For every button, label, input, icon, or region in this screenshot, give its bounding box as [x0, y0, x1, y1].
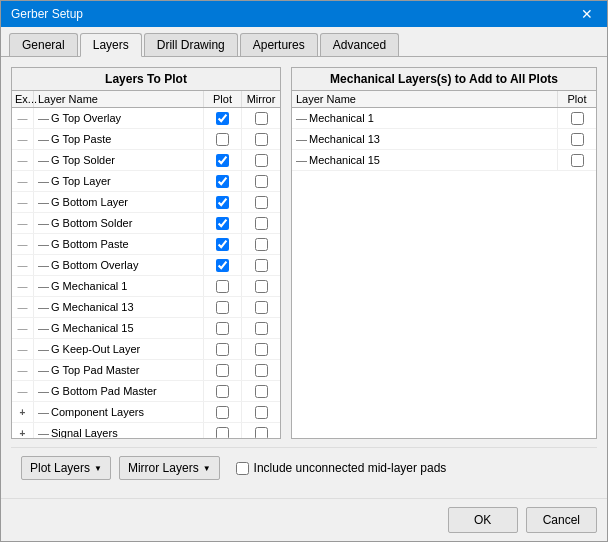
ok-button[interactable]: OK	[448, 507, 518, 533]
layer-plot-checkbox[interactable]	[204, 150, 242, 170]
tab-drill-drawing[interactable]: Drill Drawing	[144, 33, 238, 56]
layer-expand-icon[interactable]: +	[12, 423, 34, 438]
layer-expand-icon: —	[12, 360, 34, 380]
layer-name: —G Top Paste	[34, 129, 204, 149]
right-layer-row: —Mechanical 1	[292, 108, 596, 129]
right-col-headers: Layer Name Plot	[292, 91, 596, 108]
left-panel-body: ——G Top Overlay——G Top Paste——G Top Sold…	[12, 108, 280, 438]
layer-plot-checkbox[interactable]	[204, 318, 242, 338]
layer-mirror-checkbox[interactable]	[242, 150, 280, 170]
plot-layers-button[interactable]: Plot Layers ▼	[21, 456, 111, 480]
layer-plot-checkbox[interactable]	[204, 213, 242, 233]
include-text: Include unconnected mid-layer pads	[254, 461, 447, 475]
layer-name: —G Bottom Layer	[34, 192, 204, 212]
layer-name: —G Mechanical 13	[34, 297, 204, 317]
mirror-layers-label: Mirror Layers	[128, 461, 199, 475]
layer-plot-checkbox[interactable]	[204, 255, 242, 275]
tab-layers[interactable]: Layers	[80, 33, 142, 57]
layer-name: —G Bottom Overlay	[34, 255, 204, 275]
layer-expand-icon: —	[12, 150, 34, 170]
right-col-name-header: Layer Name	[292, 91, 558, 107]
gerber-setup-window: Gerber Setup ✕ General Layers Drill Draw…	[0, 0, 608, 542]
layer-mirror-checkbox[interactable]	[242, 213, 280, 233]
layer-name: —G Keep-Out Layer	[34, 339, 204, 359]
layer-plot-checkbox[interactable]	[204, 297, 242, 317]
layer-mirror-checkbox[interactable]	[242, 423, 280, 438]
layer-plot-checkbox[interactable]	[204, 423, 242, 438]
right-panel-header: Mechanical Layers(s) to Add to All Plots	[292, 68, 596, 91]
layer-expand-icon: —	[12, 318, 34, 338]
main-content: Layers To Plot Ex... Layer Name Plot Mir…	[1, 57, 607, 498]
layer-mirror-checkbox[interactable]	[242, 381, 280, 401]
window-title: Gerber Setup	[11, 7, 83, 21]
layer-plot-checkbox[interactable]	[204, 360, 242, 380]
plot-layers-label: Plot Layers	[30, 461, 90, 475]
plot-layers-arrow-icon: ▼	[94, 464, 102, 473]
col-mirror-header: Mirror	[242, 91, 280, 107]
layer-mirror-checkbox[interactable]	[242, 108, 280, 128]
col-ex-header: Ex...	[12, 91, 34, 107]
left-layer-row: ——G Bottom Paste	[12, 234, 280, 255]
layer-mirror-checkbox[interactable]	[242, 255, 280, 275]
layer-plot-checkbox[interactable]	[204, 192, 242, 212]
right-layer-row: —Mechanical 13	[292, 129, 596, 150]
left-layer-row: ——G Mechanical 15	[12, 318, 280, 339]
layer-expand-icon[interactable]: +	[12, 402, 34, 422]
right-panel-body: —Mechanical 1—Mechanical 13—Mechanical 1…	[292, 108, 596, 438]
title-bar: Gerber Setup ✕	[1, 1, 607, 27]
layer-name: —G Top Layer	[34, 171, 204, 191]
close-button[interactable]: ✕	[577, 7, 597, 21]
mechanical-layers-panel: Mechanical Layers(s) to Add to All Plots…	[291, 67, 597, 439]
layer-plot-checkbox[interactable]	[204, 402, 242, 422]
col-plot-header: Plot	[204, 91, 242, 107]
layer-name: —G Top Solder	[34, 150, 204, 170]
mech-layer-plot-checkbox[interactable]	[558, 129, 596, 149]
mirror-layers-button[interactable]: Mirror Layers ▼	[119, 456, 220, 480]
layer-name: —G Bottom Solder	[34, 213, 204, 233]
layer-mirror-checkbox[interactable]	[242, 192, 280, 212]
layer-name: —Signal Layers	[34, 423, 204, 438]
bottom-bar: Plot Layers ▼ Mirror Layers ▼ Include un…	[11, 447, 597, 488]
left-layer-row: ——G Top Solder	[12, 150, 280, 171]
layer-plot-checkbox[interactable]	[204, 234, 242, 254]
right-layer-row: —Mechanical 15	[292, 150, 596, 171]
layer-expand-icon: —	[12, 297, 34, 317]
left-layer-row: ——G Keep-Out Layer	[12, 339, 280, 360]
left-layer-row: ——G Top Overlay	[12, 108, 280, 129]
tab-apertures[interactable]: Apertures	[240, 33, 318, 56]
right-col-plot-header: Plot	[558, 91, 596, 107]
layer-mirror-checkbox[interactable]	[242, 339, 280, 359]
mech-layer-plot-checkbox[interactable]	[558, 108, 596, 128]
layer-mirror-checkbox[interactable]	[242, 276, 280, 296]
layer-expand-icon: —	[12, 213, 34, 233]
layer-mirror-checkbox[interactable]	[242, 360, 280, 380]
include-label[interactable]: Include unconnected mid-layer pads	[236, 461, 447, 475]
layer-plot-checkbox[interactable]	[204, 129, 242, 149]
layer-plot-checkbox[interactable]	[204, 339, 242, 359]
layer-mirror-checkbox[interactable]	[242, 234, 280, 254]
layer-name: —G Top Overlay	[34, 108, 204, 128]
layer-expand-icon: —	[12, 381, 34, 401]
layer-mirror-checkbox[interactable]	[242, 318, 280, 338]
cancel-button[interactable]: Cancel	[526, 507, 597, 533]
left-layer-row: ——G Bottom Solder	[12, 213, 280, 234]
layer-mirror-checkbox[interactable]	[242, 171, 280, 191]
layer-plot-checkbox[interactable]	[204, 381, 242, 401]
tabs-bar: General Layers Drill Drawing Apertures A…	[1, 27, 607, 57]
layer-mirror-checkbox[interactable]	[242, 129, 280, 149]
tab-advanced[interactable]: Advanced	[320, 33, 399, 56]
layers-to-plot-panel: Layers To Plot Ex... Layer Name Plot Mir…	[11, 67, 281, 439]
include-checkbox[interactable]	[236, 462, 249, 475]
layer-plot-checkbox[interactable]	[204, 171, 242, 191]
layer-plot-checkbox[interactable]	[204, 276, 242, 296]
buttons-bar: OK Cancel	[1, 498, 607, 541]
layer-mirror-checkbox[interactable]	[242, 297, 280, 317]
mech-layer-plot-checkbox[interactable]	[558, 150, 596, 170]
left-layer-row: ——G Top Layer	[12, 171, 280, 192]
layer-expand-icon: —	[12, 129, 34, 149]
tab-general[interactable]: General	[9, 33, 78, 56]
mech-layer-name: —Mechanical 13	[292, 129, 558, 149]
layer-expand-icon: —	[12, 108, 34, 128]
layer-mirror-checkbox[interactable]	[242, 402, 280, 422]
layer-plot-checkbox[interactable]	[204, 108, 242, 128]
